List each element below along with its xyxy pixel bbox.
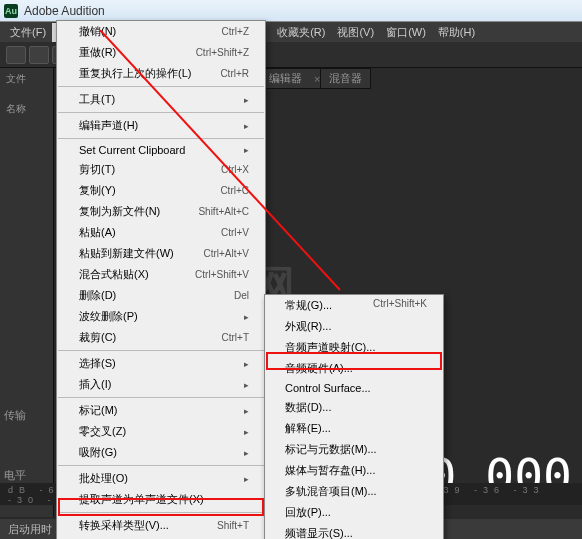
menu-favorites[interactable]: 收藏夹(R) <box>271 23 331 42</box>
files-panel-label: 文件 <box>0 68 53 90</box>
menu-item[interactable]: 工具(T) <box>57 89 265 110</box>
submenu-item[interactable]: 频谱显示(S)... <box>265 523 443 539</box>
menu-item[interactable]: Set Current Clipboard <box>57 141 265 159</box>
toolbar-multitrack-button[interactable] <box>29 46 49 64</box>
menu-item[interactable]: 撤销(N)Ctrl+Z <box>57 21 265 42</box>
submenu-item[interactable]: 标记与元数据(M)... <box>265 439 443 460</box>
menu-item[interactable]: 删除(D)Del <box>57 285 265 306</box>
menu-item[interactable]: 重复执行上次的操作(L)Ctrl+R <box>57 63 265 84</box>
menu-item[interactable]: 转换采样类型(V)...Shift+T <box>57 515 265 536</box>
submenu-item[interactable]: Control Surface... <box>265 379 443 397</box>
submenu-item[interactable]: 多轨混音项目(M)... <box>265 481 443 502</box>
toolbar-waveform-button[interactable] <box>6 46 26 64</box>
submenu-item[interactable]: 数据(D)... <box>265 397 443 418</box>
menu-item[interactable]: 选择(S) <box>57 353 265 374</box>
menu-help[interactable]: 帮助(H) <box>432 23 481 42</box>
app-icon: Au <box>4 4 18 18</box>
menu-window[interactable]: 窗口(W) <box>380 23 432 42</box>
submenu-item[interactable]: 回放(P)... <box>265 502 443 523</box>
menu-item[interactable]: 零交叉(Z) <box>57 421 265 442</box>
submenu-item[interactable]: 外观(R)... <box>265 316 443 337</box>
menu-item[interactable]: 粘贴到新建文件(W)Ctrl+Alt+V <box>57 243 265 264</box>
menu-view[interactable]: 视图(V) <box>331 23 380 42</box>
submenu-item[interactable]: 解释(E)... <box>265 418 443 439</box>
menu-item[interactable]: 裁剪(C)Ctrl+T <box>57 327 265 348</box>
menu-item[interactable]: 混合式粘贴(X)Ctrl+Shift+V <box>57 264 265 285</box>
menu-item[interactable]: 波纹删除(P) <box>57 306 265 327</box>
menu-item[interactable]: 标记(M) <box>57 400 265 421</box>
transport-label: 传输 <box>4 408 26 423</box>
levels-label: 电平 <box>4 468 26 483</box>
submenu-item[interactable]: 音频声道映射(C)... <box>265 337 443 358</box>
mixer-panel-tab[interactable]: 混音器 <box>320 68 371 89</box>
app-title: Adobe Audition <box>24 4 105 18</box>
menu-item[interactable]: 批处理(O) <box>57 468 265 489</box>
titlebar: Au Adobe Audition <box>0 0 582 22</box>
menu-item[interactable]: 编辑声道(H) <box>57 115 265 136</box>
menu-item[interactable]: 粘贴(A)Ctrl+V <box>57 222 265 243</box>
menu-item[interactable]: 剪切(T)Ctrl+X <box>57 159 265 180</box>
submenu-item[interactable]: 音频硬件(A)... <box>265 358 443 379</box>
name-column-header: 名称 <box>0 98 53 120</box>
edit-menu-dropdown: 撤销(N)Ctrl+Z重做(R)Ctrl+Shift+Z重复执行上次的操作(L)… <box>56 20 266 539</box>
menu-file[interactable]: 文件(F) <box>4 23 52 42</box>
menu-item[interactable]: 插入(I) <box>57 374 265 395</box>
submenu-item[interactable]: 常规(G)...Ctrl+Shift+K <box>265 295 443 316</box>
menu-item[interactable]: 重做(R)Ctrl+Shift+Z <box>57 42 265 63</box>
files-panel: 文件 名称 <box>0 68 54 517</box>
menu-item[interactable]: 复制(Y)Ctrl+C <box>57 180 265 201</box>
submenu-item[interactable]: 媒体与暂存盘(H)... <box>265 460 443 481</box>
menu-item[interactable]: 复制为新文件(N)Shift+Alt+C <box>57 201 265 222</box>
preferences-submenu: 常规(G)...Ctrl+Shift+K外观(R)...音频声道映射(C)...… <box>264 294 444 539</box>
menu-item[interactable]: 提取声道为单声道文件(X) <box>57 489 265 510</box>
menu-item[interactable]: 吸附(G) <box>57 442 265 463</box>
